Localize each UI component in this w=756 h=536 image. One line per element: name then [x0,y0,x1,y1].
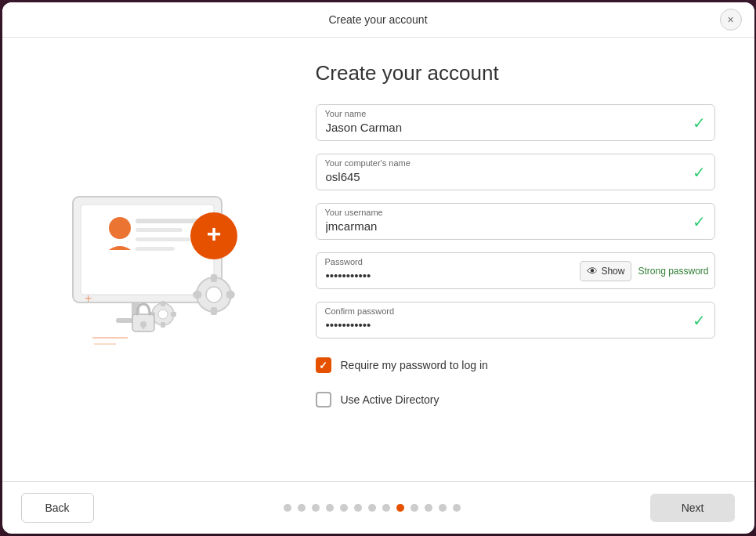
computer-name-field-group: Your computer's name ✓ [316,154,715,190]
svg-point-22 [158,310,168,319]
confirm-password-input[interactable] [316,302,715,339]
svg-rect-6 [136,228,183,232]
username-check-icon: ✓ [693,212,706,231]
svg-text:+: + [206,219,221,248]
require-password-label: Require my password to log in [341,359,488,371]
eye-icon: 👁 [587,265,598,277]
svg-rect-24 [161,322,165,328]
dot-3 [312,504,320,512]
dot-11 [425,504,432,512]
svg-rect-25 [171,312,176,317]
dot-8 [382,504,390,512]
dot-6 [354,504,362,512]
password-strength-label: Strong password [638,266,708,277]
name-check-icon: ✓ [693,114,706,132]
svg-rect-5 [136,219,198,223]
svg-text:+: + [85,292,92,305]
username-field-group: Your username ✓ [316,203,715,240]
require-password-checkbox[interactable]: ✓ [316,357,331,373]
dot-2 [298,504,306,512]
password-actions: 👁 Show Strong password [580,261,708,281]
computer-name-check-icon: ✓ [693,163,706,182]
dot-12 [439,504,447,512]
page-title: Create your account [316,61,715,85]
progress-dots [284,504,461,512]
svg-rect-14 [211,307,217,315]
confirm-password-check-icon: ✓ [693,311,706,330]
dot-10 [411,504,418,512]
back-button[interactable]: Back [21,493,94,523]
active-directory-checkbox[interactable] [316,392,331,407]
titlebar: Create your account × [2,2,754,38]
illustration-panel: + [2,38,300,481]
name-field-group: Your name ✓ [316,104,715,141]
show-password-button[interactable]: 👁 Show [580,261,631,281]
illustration-graphic: + [42,150,261,369]
next-button[interactable]: Next [650,494,736,522]
main-window: Create your account × [2,2,754,534]
dot-9 [396,504,404,512]
dot-13 [453,504,461,512]
window-title: Create your account [328,13,427,26]
svg-rect-8 [136,247,175,251]
show-label: Show [601,266,624,277]
svg-rect-13 [211,274,217,282]
password-field-group: Password 👁 Show Strong password [316,252,715,289]
active-directory-row: Use Active Directory [316,392,715,407]
name-input[interactable] [316,104,715,141]
bottom-navigation: Back Next [2,481,754,534]
svg-rect-29 [142,324,144,329]
dot-1 [284,504,291,512]
dot-5 [340,504,348,512]
form-panel: Create your account Your name ✓ Your com… [300,38,754,481]
username-input[interactable] [316,203,715,240]
svg-point-12 [206,287,222,302]
content-area: + [2,38,754,481]
svg-point-4 [109,217,131,239]
computer-name-input[interactable] [316,154,715,190]
svg-rect-23 [161,301,165,306]
close-button[interactable]: × [720,9,742,31]
require-password-row: ✓ Require my password to log in [316,357,715,373]
require-password-check-mark: ✓ [319,360,327,371]
active-directory-label: Use Active Directory [341,393,439,406]
svg-rect-7 [136,237,190,241]
dot-4 [326,504,334,512]
dot-7 [368,504,376,512]
confirm-password-field-group: Confirm password ✓ [316,302,715,339]
